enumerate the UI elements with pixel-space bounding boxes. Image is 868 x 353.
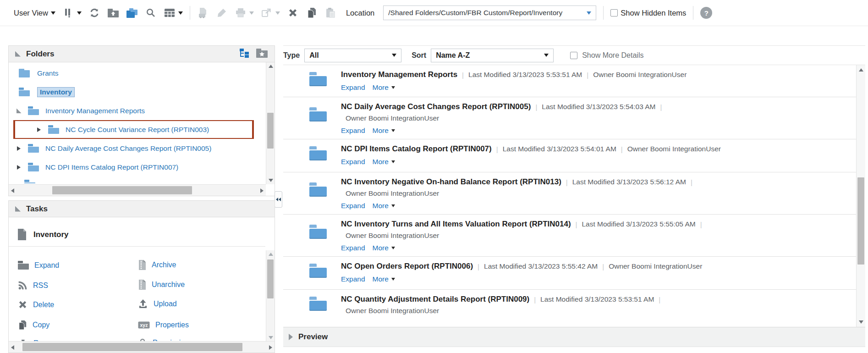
tasks-panel-header[interactable]: Tasks (8, 200, 275, 217)
catalog-row: NC Open Orders Report (RPTIN006) | Last … (283, 257, 856, 290)
more-link[interactable]: More (373, 127, 395, 135)
item-name[interactable]: NC Quantity Adjustment Details Report (R… (341, 295, 529, 304)
view-switcher-icon (62, 7, 74, 19)
scroll-down-button[interactable] (857, 318, 865, 326)
scroll-up-button[interactable] (266, 250, 275, 258)
tree-item-nc-dpi-items-catalog[interactable]: NC DPI Items Catalog Report (RPTIN007) (9, 158, 275, 176)
show-more-details-checkbox[interactable] (570, 52, 577, 59)
print-dropdown-disabled[interactable] (235, 7, 254, 19)
preview-expander[interactable]: Preview (283, 327, 865, 347)
scroll-up-button[interactable] (857, 66, 865, 74)
scrollbar-thumb[interactable] (267, 113, 274, 149)
location-combobox[interactable]: /Shared Folders/Custom/FBR Custom/Report… (383, 6, 596, 20)
list-filter-bar: Type All Sort Name A-Z Show More Details (283, 45, 865, 65)
expand-link[interactable]: Expand (341, 158, 365, 166)
scrollbar-thumb[interactable] (22, 343, 242, 351)
collapsed-caret-icon[interactable] (17, 146, 21, 151)
show-hidden-items-toggle[interactable]: Show Hidden Items (610, 9, 686, 17)
favorites-folder-icon[interactable] (256, 48, 268, 60)
share-dropdown-disabled[interactable] (261, 7, 280, 19)
sort-select[interactable]: Name A-Z (431, 49, 554, 62)
scroll-right-button[interactable] (258, 185, 266, 196)
task-upload[interactable]: Upload (138, 299, 177, 309)
collapse-triangle-icon[interactable] (15, 51, 21, 57)
divider: | (566, 178, 568, 186)
expand-link[interactable]: Expand (341, 244, 365, 252)
scroll-down-button[interactable] (266, 176, 275, 184)
sort-label: Sort (412, 51, 426, 60)
task-unarchive[interactable]: Unarchive (138, 279, 185, 290)
task-rss[interactable]: RSS (18, 281, 48, 290)
scrollbar-thumb[interactable] (857, 177, 864, 265)
item-name[interactable]: NC Inventory Turns and All Items Valuati… (341, 220, 571, 229)
more-link[interactable]: More (373, 275, 395, 283)
expand-link[interactable]: Expand (341, 275, 365, 283)
task-copy[interactable]: Copy (18, 320, 49, 331)
more-link[interactable]: More (373, 83, 395, 92)
paste-button-disabled[interactable] (324, 7, 336, 19)
view-switcher-button[interactable] (62, 7, 82, 19)
expand-link[interactable]: Expand (341, 127, 365, 135)
task-properties[interactable]: xyz Properties (138, 321, 189, 329)
scroll-down-button[interactable] (266, 334, 275, 342)
export-report-button-disabled[interactable] (197, 7, 209, 19)
tree-view-icon[interactable] (239, 48, 250, 60)
folders-panel-header[interactable]: Folders (8, 45, 275, 62)
collapsed-caret-icon (289, 334, 293, 340)
expand-link[interactable]: Expand (341, 83, 365, 92)
edit-pencil-button-disabled[interactable] (216, 7, 228, 19)
folders-vertical-scrollbar[interactable] (266, 62, 275, 184)
task-archive[interactable]: Archive (138, 259, 176, 270)
tree-item-inventory-selected[interactable]: Inventory (9, 83, 275, 101)
copy-folders-button[interactable] (126, 7, 138, 19)
scroll-left-button[interactable] (9, 185, 16, 196)
expanded-caret-icon[interactable] (16, 108, 22, 113)
folder-up-button[interactable] (107, 7, 119, 19)
list-vertical-scrollbar[interactable] (856, 65, 865, 327)
scroll-right-button[interactable] (267, 342, 275, 353)
catalog-row: NC DPI Items Catalog Report (RPTIN007) |… (283, 139, 856, 172)
scrollbar-thumb[interactable] (267, 259, 274, 298)
item-name[interactable]: NC Inventory Negative On-hand Balance Re… (341, 177, 561, 187)
tree-item-nc-daily-average-cost[interactable]: NC Daily Average Cost Changes Report (RP… (9, 139, 275, 158)
tasks-vertical-scrollbar[interactable] (266, 250, 275, 342)
help-icon[interactable]: ? (700, 7, 712, 19)
scroll-left-button[interactable] (9, 342, 16, 353)
panel-collapse-splitter[interactable] (275, 191, 282, 208)
collapsed-caret-icon[interactable] (17, 165, 21, 170)
expand-link[interactable]: Expand (341, 202, 365, 210)
tree-item-nc-cycle-count-variance[interactable]: NC Cycle Count Variance Report (RPTIN003… (9, 120, 275, 139)
show-hidden-items-checkbox[interactable] (610, 9, 618, 17)
task-expand[interactable]: Expand (18, 261, 59, 270)
scrollbar-thumb[interactable] (52, 186, 192, 194)
owner: Owner Boomi IntegrationUser (341, 307, 665, 315)
task-delete[interactable]: Delete (18, 300, 54, 309)
tree-item-inventory-management-reports[interactable]: Inventory Management Reports (9, 101, 275, 120)
item-name[interactable]: NC DPI Items Catalog Report (RPTIN007) (341, 144, 492, 154)
type-select[interactable]: All (304, 49, 401, 62)
item-name[interactable]: Inventory Management Reports (341, 70, 457, 79)
more-link[interactable]: More (373, 158, 395, 166)
more-link[interactable]: More (373, 244, 395, 252)
collapse-triangle-icon[interactable] (15, 206, 21, 212)
open-folder-icon (19, 88, 30, 96)
catalog-row-clipped: NC Quantity Adjustment Details Report (R… (283, 290, 856, 327)
more-link[interactable]: More (373, 202, 395, 210)
delete-x-icon (18, 300, 27, 309)
copy-button[interactable] (306, 7, 318, 19)
item-name[interactable]: NC Daily Average Cost Changes Report (RP… (341, 102, 531, 111)
collapsed-caret-icon[interactable] (37, 127, 41, 132)
delete-button[interactable] (287, 7, 299, 19)
search-icon[interactable] (145, 7, 157, 19)
toolbar-divider (693, 6, 693, 20)
folders-horizontal-scrollbar[interactable] (9, 184, 266, 196)
tree-item-grants[interactable]: Grants (9, 64, 275, 83)
user-view-dropdown[interactable]: User View (14, 9, 55, 17)
tasks-horizontal-scrollbar[interactable] (9, 341, 275, 353)
item-name[interactable]: NC Open Orders Report (RPTIN006) (341, 262, 473, 271)
rss-icon (18, 281, 27, 290)
refresh-button[interactable] (88, 7, 100, 19)
table-view-dropdown[interactable] (164, 7, 183, 19)
divider: | (659, 296, 660, 303)
scroll-up-button[interactable] (266, 62, 275, 70)
